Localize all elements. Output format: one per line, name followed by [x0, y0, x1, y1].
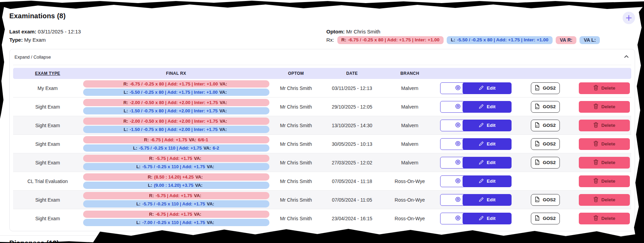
- final-rx-right-badge: R:-5.75 | Add: +1.75VA:: [83, 155, 269, 162]
- delete-button[interactable]: Delete: [579, 213, 630, 224]
- branch-cell: Malvern: [382, 104, 437, 110]
- examinations-section-title: Examinations (8): [9, 12, 66, 20]
- pencil-icon: [479, 160, 484, 166]
- actions-cell: View Edit GOS2 Delete: [437, 101, 631, 113]
- optom-cell: Mr Chris Smith: [270, 123, 322, 128]
- column-exam-type[interactable]: EXAM TYPE: [35, 71, 60, 76]
- pencil-icon: [479, 85, 484, 91]
- exam-type-cell: CL Trial Evaluation: [13, 179, 82, 184]
- gos2-button[interactable]: GOS2: [531, 120, 560, 131]
- final-rx-right-badge: R:-6.75 | Add: +1.75VA:6/6-1: [83, 136, 269, 143]
- chevron-up-icon[interactable]: [624, 54, 629, 60]
- final-rx-cell: R:-2.00 / -0.50 x 80 | Add: +2.00 | Inte…: [82, 99, 270, 114]
- delete-button[interactable]: Delete: [579, 175, 630, 187]
- date-cell: 07/05/2024 - 11:18: [322, 179, 382, 184]
- final-rx-right-badge: R:-2.00 / -0.50 x 80 | Add: +2.00 | Inte…: [83, 118, 269, 125]
- edit-button[interactable]: Edit: [463, 101, 512, 113]
- exam-type-line: Type: My Exam: [9, 36, 326, 44]
- add-dispense-button[interactable]: [623, 239, 635, 243]
- rx-left-badge: L:-5.50 / -0.25 x 80 | Add: +1.75 | Inte…: [447, 36, 553, 44]
- va-right-badge: VA R:: [556, 36, 577, 44]
- add-examination-button[interactable]: [623, 12, 635, 24]
- optom-cell: Mr Chris Smith: [270, 141, 322, 147]
- date-cell: 07/05/2024 - 11:05: [322, 197, 382, 203]
- final-rx-left-badge: L:-5.75 / -0.25 x 110 | Add: +1.75VA:6-2: [83, 144, 269, 152]
- document-icon: [535, 85, 540, 92]
- date-cell: 29/10/2025 - 12:05: [322, 104, 382, 110]
- edit-button[interactable]: Edit: [463, 138, 512, 150]
- document-icon: [535, 196, 540, 203]
- pencil-icon: [479, 197, 484, 203]
- edit-button[interactable]: Edit: [463, 120, 512, 131]
- va-left-badge: VA L:: [579, 36, 600, 44]
- patient-record-page: Examinations (8) Last exam: 03/11/2025 -…: [0, 0, 644, 243]
- exam-type-cell: Sight Exam: [13, 123, 82, 128]
- plus-icon: [626, 15, 632, 21]
- examinations-table-body: My Exam R:-6.75 / -0.25 x 80 | Add: +1.7…: [13, 79, 631, 227]
- delete-button[interactable]: Delete: [579, 194, 630, 206]
- table-row: Sight Exam R:-5.75 | Add: +1.75VA: L:-5.…: [13, 153, 631, 172]
- gos2-button[interactable]: GOS2: [531, 101, 560, 113]
- delete-button[interactable]: Delete: [579, 82, 630, 94]
- document-icon: [535, 215, 540, 222]
- date-cell: 13/10/2025 - 14:30: [322, 123, 382, 128]
- rx-right-badge: R:-6.75 / -0.25 x 80 | Add: +1.75 | Inte…: [337, 36, 444, 44]
- final-rx-cell: R:-6.75 / -0.25 x 80 | Add: +1.75 | Inte…: [82, 80, 270, 96]
- gos2-button[interactable]: GOS2: [531, 157, 560, 169]
- table-row: Sight Exam R:-2.00 / -0.50 x 80 | Add: +…: [13, 116, 631, 135]
- eye-icon: [455, 178, 461, 185]
- edit-button[interactable]: Edit: [463, 194, 512, 206]
- document-icon: [535, 141, 540, 148]
- eye-icon: [455, 215, 461, 222]
- pencil-icon: [479, 104, 484, 110]
- edit-button[interactable]: Edit: [463, 82, 512, 94]
- final-rx-left-badge: L:(9.00 : 14.20) +3.75VA:: [83, 182, 269, 189]
- final-rx-cell: R:-5.75 | Add: +1.75VA: L:-5.75 / -0.25 …: [82, 155, 270, 170]
- exam-type-cell: Sight Exam: [13, 197, 82, 203]
- optom-label: Optom:: [326, 29, 345, 34]
- date-cell: 23/04/2024 - 16:15: [322, 216, 382, 221]
- final-rx-cell: R:-5.75 | Add: +1.75VA: L:-5.75 / -0.25 …: [82, 192, 270, 207]
- type-value: My Exam: [24, 37, 46, 43]
- delete-button[interactable]: Delete: [579, 120, 630, 131]
- final-rx-right-badge: R:-6.75 | Add: +1.75VA:: [83, 211, 269, 218]
- actions-cell: View Edit GOS2 Delete: [437, 213, 631, 224]
- final-rx-left-badge: L:-1.50 / -0.75 x 80 | Add: +2.00 | Inte…: [83, 126, 269, 133]
- eye-icon: [455, 103, 461, 110]
- trash-icon: [593, 196, 598, 203]
- final-rx-left-badge: L:-1.50 / -0.75 x 80 | Add: +2.00 | Inte…: [83, 107, 269, 114]
- final-rx-right-badge: R:(8.50 : 14.20) +4.25VA:: [83, 173, 269, 181]
- gos2-button[interactable]: GOS2: [531, 138, 560, 150]
- edit-button[interactable]: Edit: [463, 213, 512, 224]
- table-row: Sight Exam R:-5.75 | Add: +1.75VA: L:-5.…: [13, 191, 631, 209]
- table-header: EXAM TYPE FINAL RX OPTOM DATE BRANCH: [13, 68, 631, 79]
- edit-button[interactable]: Edit: [463, 175, 512, 187]
- delete-button[interactable]: Delete: [579, 157, 630, 169]
- date-cell: 03/11/2025 - 12:13: [322, 85, 382, 91]
- final-rx-cell: R:-6.75 | Add: +1.75VA:6/6-1 L:-5.75 / -…: [82, 136, 270, 152]
- branch-cell: Ross-On-Wye: [382, 179, 437, 184]
- gos2-button[interactable]: GOS2: [531, 194, 560, 206]
- exam-type-cell: Sight Exam: [13, 141, 82, 147]
- section-divider: [0, 235, 644, 236]
- delete-button[interactable]: Delete: [579, 101, 630, 113]
- last-exam-value: 03/11/2025 - 12:13: [38, 29, 81, 34]
- expand-collapse-toggle[interactable]: Expand / Collapse: [13, 49, 631, 65]
- gos2-button[interactable]: GOS2: [531, 82, 560, 94]
- actions-cell: View Edit GOS2 Delete: [437, 157, 631, 169]
- document-icon: [535, 103, 540, 110]
- edit-button[interactable]: Edit: [463, 157, 512, 169]
- delete-button[interactable]: Delete: [579, 138, 630, 150]
- eye-icon: [455, 159, 461, 166]
- table-row: Sight Exam R:-2.00 / -0.50 x 80 | Add: +…: [13, 98, 631, 116]
- document-icon: [535, 122, 540, 129]
- actions-cell: View Edit GOS2 Delete: [437, 82, 631, 94]
- branch-cell: Ross-On-Wye: [382, 216, 437, 221]
- trash-icon: [593, 215, 598, 222]
- last-exam-line: Last exam: 03/11/2025 - 12:13: [9, 28, 326, 36]
- trash-icon: [593, 178, 598, 185]
- final-rx-right-badge: R:-5.75 | Add: +1.75VA:: [83, 192, 269, 199]
- gos2-button[interactable]: GOS2: [531, 213, 560, 224]
- optom-cell: Mr Chris Smith: [270, 216, 322, 221]
- date-cell: 27/03/2025 - 12:02: [322, 160, 382, 165]
